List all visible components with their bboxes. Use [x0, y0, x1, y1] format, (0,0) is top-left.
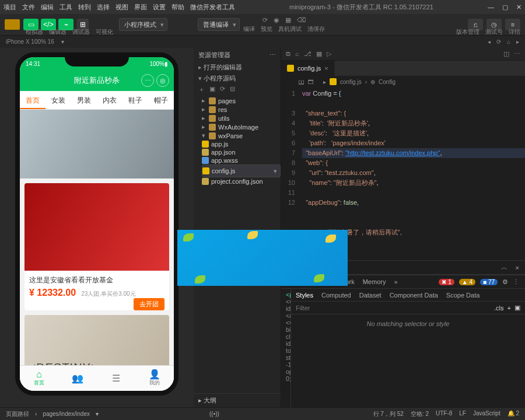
dom-line[interactable]: <page> — [286, 291, 290, 298]
file-projectconfig[interactable]: project.config.json — [202, 177, 281, 186]
clear-cache-icon[interactable]: ⌫ — [297, 16, 306, 24]
tabbar-3[interactable]: ☰ — [97, 366, 135, 391]
device-select[interactable]: iPhone X 100% 16 — [6, 38, 54, 45]
tabbar-2[interactable]: 👥 — [58, 366, 97, 391]
minimize-icon[interactable]: — — [488, 4, 494, 11]
file-appjs[interactable]: app.js — [202, 140, 281, 148]
outline-section[interactable]: 大纲 — [194, 393, 281, 407]
new-file-icon[interactable]: ＋ — [198, 85, 205, 94]
lang-mode[interactable]: JavaScript — [473, 410, 501, 418]
compdata-tab[interactable]: Component Data — [390, 292, 438, 299]
popup-overlay[interactable] — [177, 230, 348, 286]
feed[interactable]: 这里是安徽省看看开放基金 ¥ 12332.00 23人团,单买价3.00元 去开… — [20, 110, 174, 384]
error-badge[interactable]: ✖ 1 — [439, 279, 454, 285]
file-appwxss[interactable]: app.wxss — [202, 156, 281, 164]
source-section[interactable]: 小程序源码 — [194, 73, 281, 84]
menu-goto[interactable]: 转到 — [78, 3, 91, 12]
bell-icon[interactable]: 🔔 2 — [508, 410, 519, 418]
dom-line[interactable]: <view id="main">…</view> — [286, 298, 290, 319]
back-icon[interactable]: ◂ — [488, 38, 491, 45]
more-icon[interactable]: ⋯ — [270, 51, 276, 59]
computed-tab[interactable]: Computed — [321, 292, 351, 299]
search-icon[interactable]: ⌕ — [295, 50, 299, 58]
close-tab-icon[interactable]: × — [324, 65, 328, 72]
dataset-tab[interactable]: Dataset — [359, 292, 382, 299]
menu-settings[interactable]: 设置 — [153, 3, 166, 12]
broadcast-icon[interactable]: ((•)) — [209, 411, 219, 417]
product-card[interactable]: 这里是安徽省看看开放基金 ¥ 12332.00 23人团,单买价3.00元 去开… — [24, 183, 169, 310]
menu-ui[interactable]: 界面 — [134, 3, 147, 12]
folder-utils[interactable]: utils — [202, 114, 281, 123]
styles-tab[interactable]: Styles — [296, 292, 313, 299]
menu-view[interactable]: 视图 — [116, 3, 128, 12]
close-panel-icon[interactable]: × — [516, 264, 519, 271]
run-icon[interactable]: ▷ — [327, 50, 331, 58]
open-editors-section[interactable]: 打开的编辑器 — [194, 62, 281, 73]
menu-project[interactable]: 项目 — [4, 3, 16, 12]
ext-icon[interactable]: ▦ — [316, 50, 322, 58]
menu-tools[interactable]: 工具 — [60, 3, 72, 12]
files-icon[interactable]: ⧉ — [286, 50, 290, 58]
memory-tab[interactable]: Memory — [363, 278, 386, 285]
file-appjson[interactable]: app.json — [202, 148, 281, 156]
tab-shoes[interactable]: 鞋子 — [123, 91, 148, 109]
folder-res[interactable]: res — [202, 105, 281, 114]
tab-men[interactable]: 男装 — [71, 91, 97, 109]
editor-more-icon[interactable]: ⋯ — [514, 50, 520, 58]
maximize-icon[interactable]: ▢ — [502, 4, 508, 11]
tab-women[interactable]: 女装 — [46, 91, 71, 109]
remote-debug-icon[interactable]: ▦ — [285, 16, 291, 24]
page-path[interactable]: pages/index/index — [43, 411, 90, 417]
eol[interactable]: LF — [459, 410, 466, 418]
file-configjs[interactable]: config.js — [202, 164, 281, 177]
dom-line[interactable]: <view bindtap="goTop" class="i" id="go-t… — [286, 319, 290, 382]
collapse-icon[interactable]: ⊟ — [230, 85, 235, 94]
refresh-icon[interactable]: ⟳ — [496, 38, 501, 45]
indent[interactable]: 空格: 2 — [411, 410, 429, 418]
tab-configjs[interactable]: config.js× — [281, 61, 335, 76]
menu-wxdev[interactable]: 微信开发者工具 — [190, 3, 235, 12]
home-icon[interactable]: ⌂ — [507, 38, 510, 45]
preview-icon[interactable]: ◉ — [274, 16, 279, 24]
add-style-icon[interactable]: + — [508, 304, 511, 312]
breadcrumb[interactable]: 🕮🗔▸ config.js› ⊕Config — [281, 76, 525, 88]
split-icon[interactable]: ◫ — [503, 50, 509, 58]
menu-edit[interactable]: 编辑 — [41, 3, 54, 12]
gear-icon[interactable]: ⚙ — [502, 278, 508, 286]
more-tabs-icon[interactable]: » — [394, 278, 397, 285]
info-badge[interactable]: ■ 77 — [480, 279, 498, 285]
folder-wxauto[interactable]: WxAutoImage — [202, 123, 281, 131]
tab-home[interactable]: 首页 — [20, 91, 46, 109]
refresh-tree-icon[interactable]: ⟳ — [220, 85, 225, 94]
folder-wxparse[interactable]: wxParse — [202, 131, 281, 140]
new-folder-icon[interactable]: ▣ — [209, 85, 215, 94]
warn-badge[interactable]: ▲ 4 — [459, 279, 475, 285]
tabbar-home[interactable]: ⌂首页 — [20, 366, 58, 391]
folder-pages[interactable]: pages — [202, 96, 281, 105]
tabbar-mine[interactable]: 👤我的 — [135, 366, 174, 391]
kebab-icon[interactable]: ⋮ — [513, 278, 519, 286]
tab-under[interactable]: 内衣 — [97, 91, 123, 109]
buy-button[interactable]: 去开团 — [134, 298, 164, 310]
capsule-close-icon[interactable]: ◎ — [156, 74, 169, 87]
encoding[interactable]: UTF-8 — [436, 410, 452, 418]
compile-icon[interactable]: ⟳ — [262, 16, 268, 24]
styles-filter-input[interactable] — [296, 304, 491, 312]
scopedata-tab[interactable]: Scope Data — [446, 292, 480, 299]
tab-hats[interactable]: 帽子 — [148, 91, 174, 109]
branch-icon[interactable]: ⎇ — [304, 50, 312, 58]
compile-select[interactable]: 普通编译 — [198, 18, 240, 31]
close-icon[interactable]: ✕ — [516, 4, 522, 11]
forward-icon[interactable]: ▸ — [516, 38, 519, 45]
cls-toggle[interactable]: .cls — [494, 304, 504, 312]
dom-tree[interactable]: <page> <view id="main">…</view> <view bi… — [281, 289, 290, 407]
menu-select[interactable]: 选择 — [97, 3, 110, 12]
banner-image[interactable] — [20, 110, 174, 178]
chevron-up-icon[interactable]: ︿ — [501, 263, 508, 272]
capsule-menu-icon[interactable]: ⋯ — [141, 74, 154, 87]
pin-icon[interactable]: ▣ — [514, 304, 520, 312]
cursor-pos[interactable]: 行 7，列 52 — [373, 410, 404, 418]
menu-file[interactable]: 文件 — [22, 3, 35, 12]
mode-select[interactable]: 小程序模式 — [119, 18, 167, 31]
menu-help[interactable]: 帮助 — [172, 3, 184, 12]
